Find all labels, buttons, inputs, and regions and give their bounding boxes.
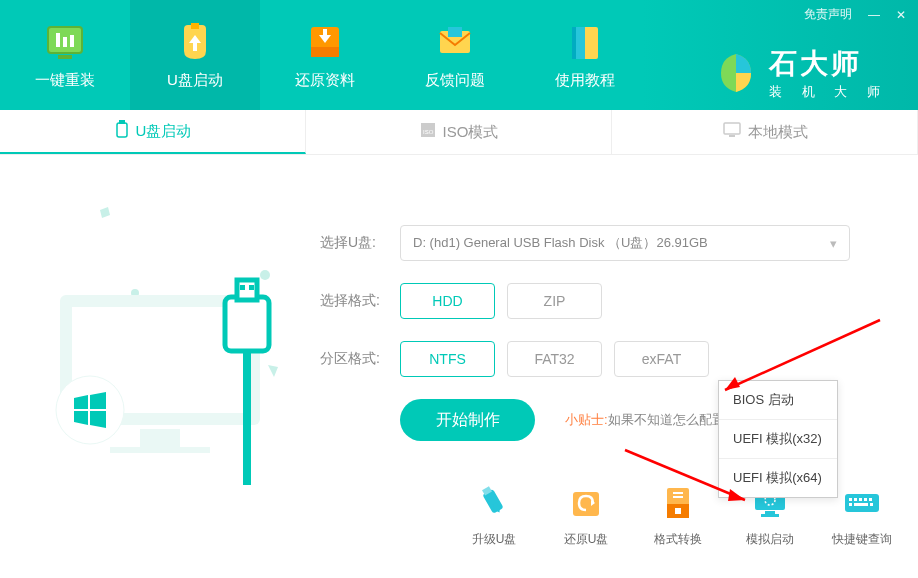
nav-reinstall[interactable]: 一键重装 — [0, 0, 130, 110]
action-label: 快捷键查询 — [832, 531, 892, 548]
popup-bios[interactable]: BIOS 启动 — [719, 381, 837, 420]
svg-rect-51 — [854, 503, 868, 506]
partition-fat32[interactable]: FAT32 — [507, 341, 602, 377]
svg-text:ISO: ISO — [423, 129, 434, 135]
usb-small-icon — [114, 119, 130, 143]
action-restore-usb[interactable]: 还原U盘 — [550, 483, 622, 548]
svg-rect-4 — [70, 35, 74, 47]
nav-label: U盘启动 — [167, 71, 223, 90]
svg-rect-8 — [311, 47, 339, 57]
action-convert[interactable]: 格式转换 — [642, 483, 714, 548]
tab-usb-boot[interactable]: U盘启动 — [0, 110, 306, 154]
svg-rect-50 — [849, 503, 852, 506]
nav-feedback[interactable]: 反馈问题 — [390, 0, 520, 110]
svg-rect-30 — [249, 285, 254, 290]
svg-point-21 — [260, 270, 270, 280]
partition-exfat[interactable]: exFAT — [614, 341, 709, 377]
nav-label: 使用教程 — [555, 71, 615, 90]
tab-iso[interactable]: ISO ISO模式 — [306, 110, 612, 154]
mode-tabs: U盘启动 ISO ISO模式 本地模式 — [0, 110, 918, 155]
logo-area: 石大师 装 机 大 师 — [713, 45, 888, 101]
upgrade-usb-icon — [474, 483, 514, 523]
svg-rect-18 — [724, 123, 740, 134]
svg-rect-3 — [63, 37, 67, 47]
svg-rect-10 — [448, 27, 462, 37]
minimize-button[interactable]: — — [868, 8, 880, 22]
action-label: 模拟启动 — [746, 531, 794, 548]
svg-rect-39 — [675, 508, 681, 514]
popup-uefi32[interactable]: UEFI 模拟(x32) — [719, 420, 837, 459]
svg-rect-41 — [765, 511, 775, 514]
svg-rect-15 — [119, 120, 125, 124]
format-hdd[interactable]: HDD — [400, 283, 495, 319]
convert-icon — [658, 483, 698, 523]
svg-rect-31 — [243, 351, 251, 485]
svg-rect-45 — [849, 498, 852, 501]
logo-icon — [713, 50, 759, 96]
disk-value: D: (hd1) General USB Flash Disk （U盘）26.9… — [413, 234, 708, 252]
tutorial-icon — [564, 21, 606, 63]
nav-items: 一键重装 U盘启动 还原资料 反馈问题 使用教程 — [0, 0, 650, 110]
monitor-icon — [722, 121, 742, 143]
action-label: 格式转换 — [654, 531, 702, 548]
tab-local[interactable]: 本地模式 — [612, 110, 918, 154]
svg-rect-42 — [761, 514, 779, 517]
feedback-icon — [434, 21, 476, 63]
logo-title: 石大师 — [769, 45, 888, 83]
main-content: 选择U盘: D: (hd1) General USB Flash Disk （U… — [0, 155, 918, 578]
usb-boot-icon — [174, 21, 216, 63]
tab-label: 本地模式 — [748, 123, 808, 142]
start-button[interactable]: 开始制作 — [400, 399, 535, 441]
svg-point-26 — [56, 376, 124, 444]
svg-rect-46 — [854, 498, 857, 501]
tip-highlight: 小贴士: — [565, 412, 608, 427]
action-label: 还原U盘 — [564, 531, 609, 548]
svg-rect-2 — [56, 33, 60, 47]
tab-label: U盘启动 — [136, 122, 192, 141]
restore-icon — [304, 21, 346, 63]
reinstall-icon — [44, 21, 86, 63]
svg-rect-6 — [191, 23, 199, 29]
format-zip[interactable]: ZIP — [507, 283, 602, 319]
svg-rect-49 — [869, 498, 872, 501]
svg-rect-29 — [240, 285, 245, 290]
disk-select[interactable]: D: (hd1) General USB Flash Disk （U盘）26.9… — [400, 225, 850, 261]
nav-label: 一键重装 — [35, 71, 95, 90]
disk-label: 选择U盘: — [320, 234, 390, 252]
iso-icon: ISO — [419, 121, 437, 143]
nav-usb-boot[interactable]: U盘启动 — [130, 0, 260, 110]
svg-rect-47 — [859, 498, 862, 501]
svg-rect-13 — [572, 27, 576, 59]
svg-rect-27 — [225, 297, 269, 351]
logo-subtitle: 装 机 大 师 — [769, 83, 888, 101]
svg-rect-19 — [729, 135, 735, 137]
close-button[interactable]: ✕ — [896, 8, 906, 22]
svg-rect-5 — [58, 55, 72, 59]
tab-label: ISO模式 — [443, 123, 499, 142]
simulate-popup: BIOS 启动 UEFI 模拟(x32) UEFI 模拟(x64) — [718, 380, 838, 498]
format-label: 选择格式: — [320, 292, 390, 310]
action-upgrade-usb[interactable]: 升级U盘 — [458, 483, 530, 548]
svg-rect-48 — [864, 498, 867, 501]
app-header: 一键重装 U盘启动 还原资料 反馈问题 使用教程 免责声明 — [0, 0, 918, 110]
window-controls: 免责声明 — ✕ — [804, 6, 906, 23]
partition-ntfs[interactable]: NTFS — [400, 341, 495, 377]
keyboard-icon — [842, 483, 882, 523]
nav-tutorial[interactable]: 使用教程 — [520, 0, 650, 110]
svg-rect-24 — [140, 429, 180, 447]
action-label: 升级U盘 — [472, 531, 517, 548]
chevron-down-icon: ▾ — [830, 236, 837, 251]
illustration — [30, 185, 290, 485]
disclaimer-link[interactable]: 免责声明 — [804, 6, 852, 23]
svg-rect-25 — [110, 447, 210, 453]
svg-rect-37 — [673, 492, 683, 494]
nav-label: 还原资料 — [295, 71, 355, 90]
nav-label: 反馈问题 — [425, 71, 485, 90]
partition-label: 分区格式: — [320, 350, 390, 368]
svg-rect-38 — [673, 496, 683, 498]
restore-usb-icon — [566, 483, 606, 523]
svg-rect-52 — [870, 503, 873, 506]
svg-rect-14 — [117, 123, 127, 137]
nav-restore[interactable]: 还原资料 — [260, 0, 390, 110]
popup-uefi64[interactable]: UEFI 模拟(x64) — [719, 459, 837, 497]
